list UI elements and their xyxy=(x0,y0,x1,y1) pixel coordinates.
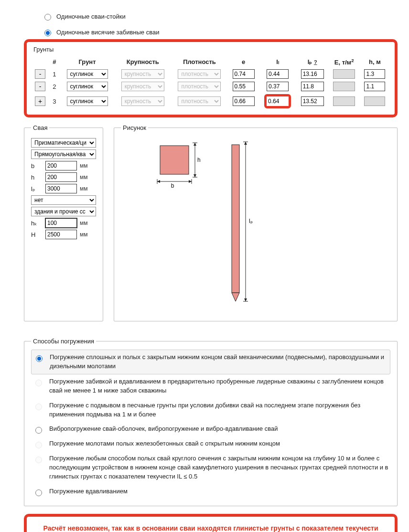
pile-shape2-select[interactable]: Прямоугольная/ква xyxy=(31,149,96,159)
pile-diagram: b h lₚ xyxy=(121,136,390,313)
col-density: Плотность xyxy=(171,56,228,68)
method-text: Погружение с подмывом в песчаные грунты … xyxy=(49,401,388,419)
ip-help-icon[interactable]: ? xyxy=(314,59,317,65)
unit-b: мм xyxy=(80,162,88,169)
pile-panel: Свая Призматическая/ци Прямоугольная/ква… xyxy=(24,124,103,321)
col-soil: Грунт xyxy=(60,56,115,68)
col-E: E, т/м2 xyxy=(329,56,360,68)
svg-rect-13 xyxy=(232,145,239,293)
input-e[interactable] xyxy=(233,96,255,106)
table-row: - 2 суглинок крупность плотность xyxy=(32,80,390,93)
row-num: 3 xyxy=(49,93,60,110)
radio-single-stand-piles[interactable] xyxy=(44,14,51,21)
input-b[interactable] xyxy=(45,161,77,170)
svg-rect-0 xyxy=(160,146,189,174)
method-option: Погружение вдавливанием xyxy=(31,484,390,499)
input-ip[interactable] xyxy=(301,96,324,106)
svg-text:lₚ: lₚ xyxy=(249,218,253,224)
svg-marker-5 xyxy=(189,180,192,183)
methods-panel: Способы погружения Погружение сплошных и… xyxy=(24,338,398,506)
input-e[interactable] xyxy=(233,82,255,91)
input-hrow[interactable] xyxy=(364,69,385,79)
lbl-h: h xyxy=(31,174,43,181)
input-il[interactable] xyxy=(267,69,289,79)
method-text: Погружение сплошных и полых с закрытым н… xyxy=(50,353,388,371)
method-text: Погружение вдавливанием xyxy=(49,487,388,496)
lbl-lp: lₚ xyxy=(31,185,43,192)
row-remove-button[interactable]: - xyxy=(35,82,45,91)
figure-panel: Рисунок b h xyxy=(114,124,398,321)
method-option: Погружение любым способом полых свай кру… xyxy=(31,451,390,484)
method-radio[interactable] xyxy=(36,355,43,362)
density-select: плотность xyxy=(178,82,221,91)
input-E[interactable] xyxy=(333,96,355,106)
table-row: + 3 суглинок крупность плотность xyxy=(32,93,390,110)
coarseness-select: крупность xyxy=(121,69,164,79)
method-option: Погружение молотами полых железобетонных… xyxy=(31,436,390,451)
input-hk[interactable] xyxy=(45,218,77,228)
row-num: 2 xyxy=(49,80,60,93)
soils-panel: Грунты # Грунт Крупность Плотность e Iₗ … xyxy=(24,39,398,117)
method-text: Погружение молотами полых железобетонных… xyxy=(49,439,388,448)
method-radio[interactable] xyxy=(35,489,42,496)
soil-select[interactable]: суглинок xyxy=(67,82,108,91)
soil-select[interactable]: суглинок xyxy=(67,69,108,79)
col-coarseness: Крупность xyxy=(114,56,171,68)
lbl-hk: hₖ xyxy=(31,220,43,227)
pile-shape1-select[interactable]: Призматическая/ци xyxy=(31,138,96,148)
row-add-button[interactable]: + xyxy=(35,96,45,106)
col-il: Iₗ xyxy=(259,56,296,68)
method-text: Вибропогружение свай-оболочек, вибропогр… xyxy=(49,425,388,434)
col-num: # xyxy=(49,56,60,68)
figure-legend: Рисунок xyxy=(121,124,148,131)
input-e[interactable] xyxy=(233,69,255,79)
method-option: Погружение с подмывом в песчаные грунты … xyxy=(31,398,390,422)
pile-legend: Свая xyxy=(31,124,49,131)
svg-marker-18 xyxy=(244,142,247,145)
method-radio xyxy=(35,442,42,448)
method-radio xyxy=(35,380,42,386)
pile-opt1-select[interactable]: нет xyxy=(31,195,96,205)
method-option: Погружение забивкой и вдавливанием в пре… xyxy=(31,374,390,398)
soils-legend: Грунты xyxy=(33,46,390,53)
input-hrow[interactable] xyxy=(364,96,385,106)
svg-marker-4 xyxy=(157,180,160,183)
input-hrow[interactable] xyxy=(364,82,385,91)
svg-marker-19 xyxy=(244,298,247,301)
input-ip[interactable] xyxy=(301,69,324,79)
input-lp[interactable] xyxy=(45,184,77,193)
svg-text:b: b xyxy=(171,182,174,189)
input-il[interactable] xyxy=(267,96,289,106)
svg-marker-14 xyxy=(232,293,239,301)
input-H[interactable] xyxy=(45,230,77,239)
unit-H: мм xyxy=(80,231,88,238)
input-il[interactable] xyxy=(267,82,289,91)
lbl-H: H xyxy=(31,231,43,238)
input-ip[interactable] xyxy=(301,82,324,91)
svg-marker-10 xyxy=(194,143,196,146)
coarseness-select: крупность xyxy=(121,96,164,106)
pile-opt2-select[interactable]: здания и прочие сс xyxy=(31,207,96,216)
col-ip: Iₚ ? xyxy=(296,56,329,68)
table-row: - 1 суглинок крупность плотность xyxy=(32,68,390,80)
svg-marker-11 xyxy=(194,174,196,177)
method-option: Погружение сплошных и полых с закрытым н… xyxy=(31,350,390,374)
method-text: Погружение любым способом полых свай кру… xyxy=(49,454,388,481)
input-h[interactable] xyxy=(45,172,77,182)
input-E[interactable] xyxy=(333,82,355,91)
col-h: h, м xyxy=(360,56,390,68)
method-radio xyxy=(35,457,42,463)
unit-lp: мм xyxy=(80,185,88,192)
unit-h: мм xyxy=(80,174,88,181)
soil-select[interactable]: суглинок xyxy=(67,96,108,106)
density-select: плотность xyxy=(178,69,221,79)
label-single-stand-piles: Одиночные сваи-стойки xyxy=(56,13,126,20)
error-message: Расчёт невозможен, так как в основании с… xyxy=(24,514,398,532)
row-num: 1 xyxy=(49,68,60,80)
method-radio[interactable] xyxy=(35,427,42,434)
row-remove-button[interactable]: - xyxy=(35,69,45,79)
method-text: Погружение забивкой и вдавливанием в пре… xyxy=(49,377,388,395)
lbl-b: b xyxy=(31,162,43,170)
input-E[interactable] xyxy=(333,69,355,79)
radio-single-driven-friction-piles[interactable] xyxy=(44,30,51,36)
